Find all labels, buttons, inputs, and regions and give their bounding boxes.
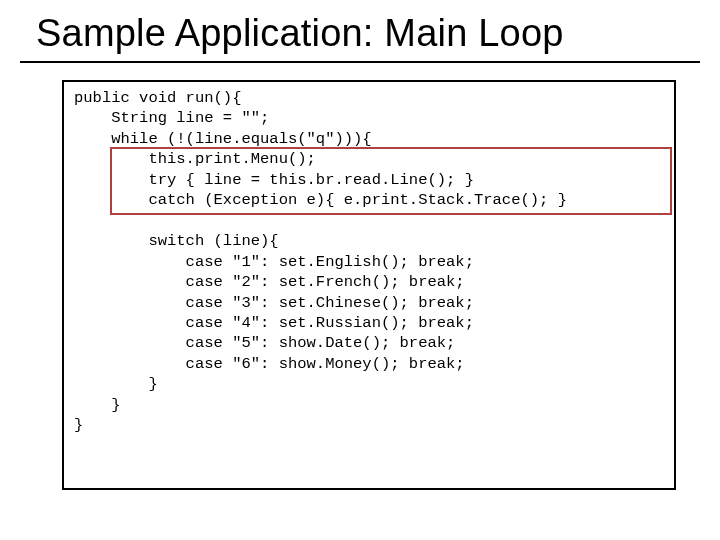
highlight-box: [110, 147, 672, 215]
code-block: public void run(){ String line = ""; whi…: [64, 88, 674, 436]
page-title: Sample Application: Main Loop: [0, 0, 720, 61]
code-line: }: [74, 375, 158, 393]
code-line: switch (line){: [74, 232, 279, 250]
code-line: case "3": set.Chinese(); break;: [74, 294, 474, 312]
code-line: public void run(){: [74, 89, 241, 107]
title-divider: [20, 61, 700, 63]
code-line: case "1": set.English(); break;: [74, 253, 474, 271]
code-line: }: [74, 416, 83, 434]
code-line: case "6": show.Money(); break;: [74, 355, 465, 373]
code-line: String line = "";: [74, 109, 269, 127]
code-line: case "5": show.Date(); break;: [74, 334, 455, 352]
code-container: public void run(){ String line = ""; whi…: [62, 80, 676, 490]
code-line: while (!(line.equals("q"))){: [74, 130, 372, 148]
code-line: }: [74, 396, 121, 414]
slide: Sample Application: Main Loop public voi…: [0, 0, 720, 540]
code-line: case "2": set.French(); break;: [74, 273, 465, 291]
code-line: case "4": set.Russian(); break;: [74, 314, 474, 332]
